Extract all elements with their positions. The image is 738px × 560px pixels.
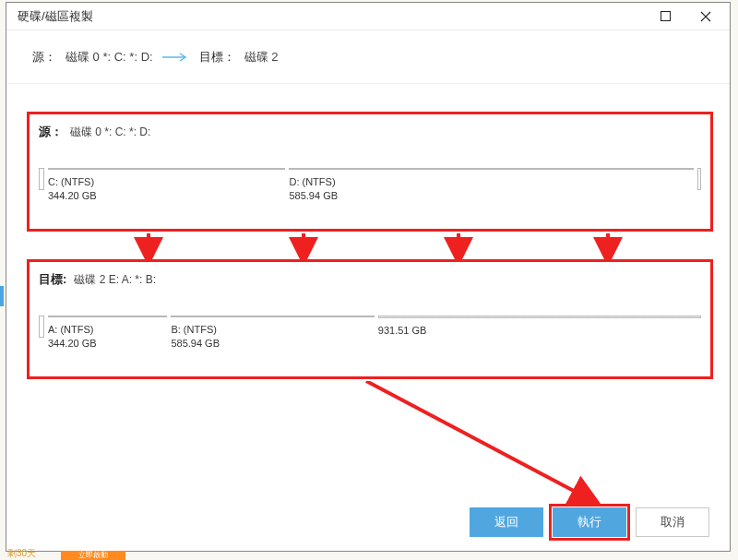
target-partition-b[interactable] — [171, 316, 374, 317]
target-header-label: 目標: — [39, 271, 66, 288]
source-partition-d-caption: D: (NTFS) 585.94 GB — [289, 170, 694, 203]
target-partition-a-caption: A: (NTFS) 344.20 GB — [48, 317, 167, 351]
target-header-disk: 磁碟 2 E: A: *: B: — [74, 272, 156, 288]
footer: 返回 執行 取消 — [6, 494, 730, 551]
source-panel-header: 源： 磁碟 0 *: C: *: D: — [30, 114, 710, 140]
titlebar: 硬碟/磁區複製 — [6, 3, 730, 30]
cancel-button[interactable]: 取消 — [636, 507, 709, 537]
background-banner: 剩30天 立即啟動 — [0, 549, 738, 560]
target-reserved-seg[interactable] — [39, 316, 44, 338]
svg-rect-0 — [661, 12, 670, 21]
partition-size: 585.94 GB — [289, 189, 694, 203]
target-diskbar: A: (NTFS) 344.20 GB B: (NTFS) 585.94 GB — [39, 316, 701, 338]
dialog-window: 硬碟/磁區複製 源： 磁碟 0 *: C: *: D: 目標： 磁碟 2 源： … — [6, 2, 731, 552]
close-button[interactable] — [685, 3, 726, 30]
back-button[interactable]: 返回 — [470, 507, 543, 537]
left-edge-marker — [0, 286, 4, 306]
partition-size: 344.20 GB — [48, 189, 285, 203]
source-reserved-seg[interactable] — [39, 168, 44, 190]
partition-name: B: (NTFS) — [171, 323, 374, 337]
target-panel-header: 目標: 磁碟 2 E: A: *: B: — [30, 262, 710, 288]
breadcrumb-target-label: 目標： — [199, 49, 235, 66]
breadcrumb-source-label: 源： — [32, 49, 56, 66]
svg-line-8 — [366, 381, 586, 497]
activate-now-button[interactable]: 立即啟動 — [61, 551, 125, 560]
source-diskbar: C: (NTFS) 344.20 GB D: (NTFS) 585.94 GB — [39, 168, 701, 190]
target-partition-a[interactable] — [48, 316, 167, 317]
partition-name: A: (NTFS) — [48, 323, 167, 337]
maximize-button[interactable] — [645, 3, 685, 30]
source-partition-c-caption: C: (NTFS) 344.20 GB — [48, 170, 285, 203]
target-unallocated-caption: 931.51 GB — [378, 318, 701, 338]
back-button-label: 返回 — [494, 514, 518, 530]
partition-size: 585.94 GB — [171, 337, 374, 351]
target-partition-b-caption: B: (NTFS) 585.94 GB — [171, 317, 374, 351]
arrow-right-icon — [162, 53, 190, 62]
cancel-button-label: 取消 — [661, 514, 684, 530]
partition-size: 931.51 GB — [378, 324, 701, 338]
partition-name: D: (NTFS) — [289, 175, 694, 189]
source-partition-c[interactable] — [48, 168, 285, 170]
source-header-disk: 磁碟 0 *: C: *: D: — [70, 125, 150, 140]
breadcrumb-source-value: 磁碟 0 *: C: *: D: — [65, 49, 153, 66]
trial-days-text: 剩30天 — [7, 547, 36, 560]
source-panel: 源： 磁碟 0 *: C: *: D: C: (NTFS) 344.20 GB — [27, 112, 713, 232]
breadcrumb-target-value: 磁碟 2 — [244, 49, 279, 66]
partition-name: C: (NTFS) — [48, 175, 285, 189]
target-panel: 目標: 磁碟 2 E: A: *: B: A: (NTFS) 344.20 GB — [27, 259, 713, 379]
breadcrumb: 源： 磁碟 0 *: C: *: D: 目標： 磁碟 2 — [6, 30, 730, 84]
execute-button-highlight: 執行 — [553, 507, 626, 537]
target-unallocated[interactable] — [378, 316, 701, 318]
annotation-arrows-down — [27, 233, 713, 259]
partition-size: 344.20 GB — [48, 337, 167, 351]
source-partition-d[interactable] — [289, 168, 694, 170]
window-title: 硬碟/磁區複製 — [18, 8, 645, 25]
source-tail-seg[interactable] — [697, 168, 701, 190]
source-header-label: 源： — [39, 124, 63, 140]
annotation-execute-ring — [549, 504, 630, 541]
annotation-arrow-to-execute — [357, 381, 634, 510]
